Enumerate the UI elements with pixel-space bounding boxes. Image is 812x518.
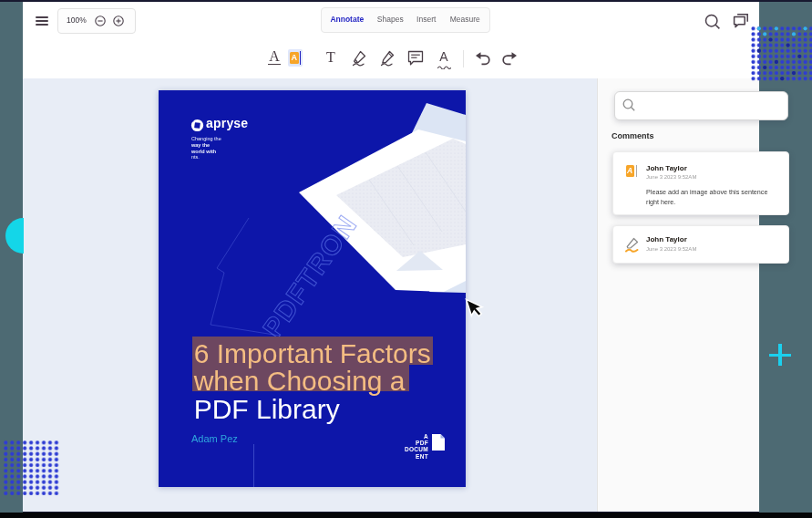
- svg-text:PDFTRON: PDFTRON: [257, 209, 363, 342]
